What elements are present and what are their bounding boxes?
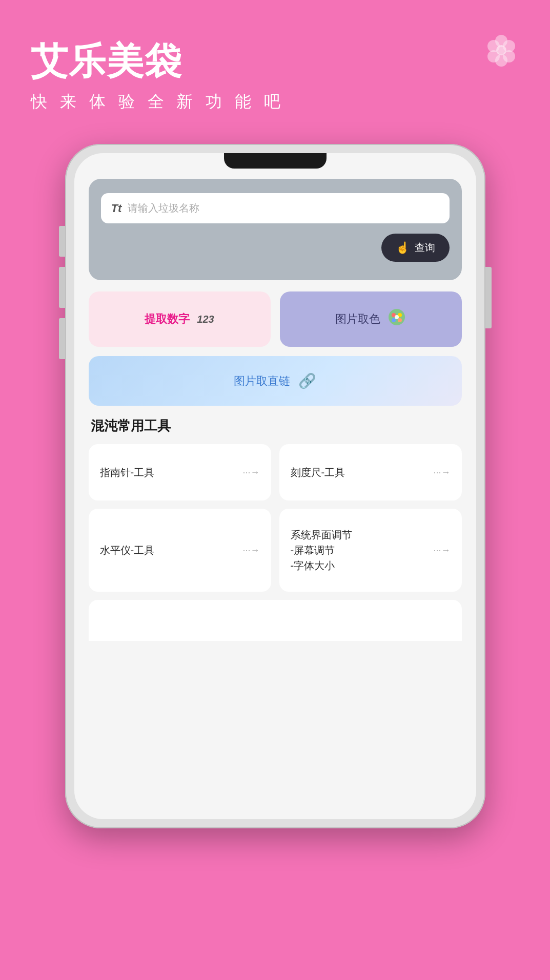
arrow-icon: ···→ bbox=[433, 545, 450, 556]
svg-point-6 bbox=[496, 45, 506, 55]
phone-screen: Tt 请输入垃圾名称 ☝ 查询 提取数字 123 bbox=[74, 153, 476, 819]
tool-card-ruler[interactable]: 刻度尺-工具 ···→ bbox=[279, 444, 462, 501]
search-section: Tt 请输入垃圾名称 ☝ 查询 bbox=[89, 179, 462, 280]
search-input-wrapper[interactable]: Tt 请输入垃圾名称 bbox=[101, 193, 450, 223]
tool-label-ruler: 刻度尺-工具 bbox=[291, 465, 345, 480]
arrow-icon: ···→ bbox=[433, 467, 450, 478]
query-button-label: 查询 bbox=[415, 241, 435, 255]
app-subtitle: 快 来 体 验 全 新 功 能 吧 bbox=[31, 91, 519, 113]
section-title: 混沌常用工具 bbox=[89, 417, 462, 435]
extract-num-label: 提取数字 bbox=[145, 311, 190, 327]
tool-label-level: 水平仪-工具 bbox=[100, 543, 155, 558]
phone-side-btn bbox=[59, 226, 65, 257]
query-button[interactable]: ☝ 查询 bbox=[381, 234, 450, 262]
tool-card-compass[interactable]: 指南针-工具 ···→ bbox=[89, 444, 271, 501]
card-color-pick[interactable]: 图片取色 bbox=[280, 291, 462, 347]
phone-side-btn bbox=[59, 267, 65, 308]
bottom-partial-card bbox=[89, 600, 462, 641]
phone-power-btn bbox=[485, 267, 492, 328]
svg-point-12 bbox=[395, 315, 399, 319]
palette-icon bbox=[388, 308, 406, 330]
phone-container: Tt 请输入垃圾名称 ☝ 查询 提取数字 123 bbox=[0, 144, 550, 828]
phone-outer: Tt 请输入垃圾名称 ☝ 查询 提取数字 123 bbox=[65, 144, 485, 828]
header: 艾乐美袋 快 来 体 验 全 新 功 能 吧 bbox=[0, 0, 550, 134]
link-icon: 🔗 bbox=[298, 372, 316, 389]
card-image-url[interactable]: 图片取直链 🔗 bbox=[89, 356, 462, 406]
tool-label-system: 系统界面调节 -屏幕调节 -字体大小 bbox=[291, 527, 352, 573]
tool-card-system[interactable]: 系统界面调节 -屏幕调节 -字体大小 ···→ bbox=[279, 509, 462, 592]
svg-point-11 bbox=[398, 318, 402, 322]
color-pick-label: 图片取色 bbox=[335, 311, 380, 327]
arrow-icon: ···→ bbox=[242, 467, 259, 478]
phone-side-btn bbox=[59, 318, 65, 359]
phone-notch bbox=[224, 153, 327, 169]
arrow-icon: ···→ bbox=[242, 545, 259, 556]
app-title: 艾乐美袋 bbox=[31, 41, 519, 81]
cards-row: 提取数字 123 图片取色 bbox=[89, 291, 462, 347]
tt-icon: Tt bbox=[111, 202, 122, 215]
tool-label-compass: 指南针-工具 bbox=[100, 465, 155, 480]
tools-grid: 指南针-工具 ···→ 刻度尺-工具 ···→ 水平仪-工具 ···→ 系统界面… bbox=[89, 444, 462, 592]
search-btn-wrapper: ☝ 查询 bbox=[101, 234, 450, 262]
image-url-label: 图片取直链 bbox=[234, 373, 290, 389]
touch-icon: ☝ bbox=[396, 241, 410, 255]
flower-icon bbox=[483, 31, 519, 67]
card-extract-number[interactable]: 提取数字 123 bbox=[89, 291, 271, 347]
num-icon: 123 bbox=[197, 314, 214, 325]
search-placeholder: 请输入垃圾名称 bbox=[128, 201, 199, 215]
tool-card-level[interactable]: 水平仪-工具 ···→ bbox=[89, 509, 271, 592]
svg-point-10 bbox=[392, 318, 396, 322]
phone-inner: Tt 请输入垃圾名称 ☝ 查询 提取数字 123 bbox=[74, 153, 476, 819]
